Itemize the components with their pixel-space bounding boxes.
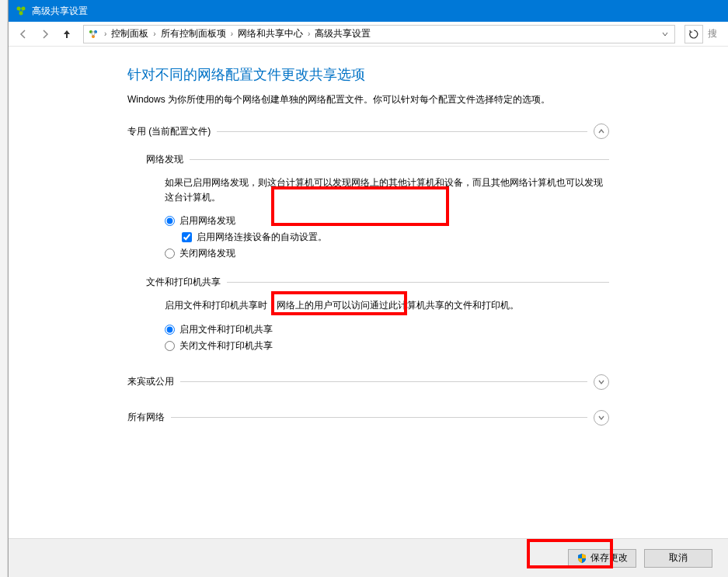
page-title: 针对不同的网络配置文件更改共享选项	[127, 65, 609, 84]
expand-icon[interactable]	[594, 410, 609, 426]
radio-label: 启用网络发现	[179, 214, 235, 228]
radio-enable-network-discovery[interactable]: 启用网络发现	[165, 213, 609, 229]
nav-row: › 控制面板 › 所有控制面板项 › 网络和共享中心 › 高级共享设置 搜	[9, 22, 728, 47]
radio-label: 关闭网络发现	[179, 247, 235, 260]
bottom-bar: 保存更改 取消	[9, 538, 728, 577]
checkbox-label: 启用网络连接设备的自动设置。	[197, 231, 327, 244]
collapse-icon[interactable]	[594, 123, 609, 139]
radio-input[interactable]	[165, 249, 175, 259]
network-discovery-title: 网络发现	[146, 153, 183, 166]
checkbox-auto-config[interactable]: 启用网络连接设备的自动设置。	[182, 229, 609, 245]
checkbox-input[interactable]	[182, 232, 192, 242]
radio-input[interactable]	[165, 325, 175, 335]
radio-input[interactable]	[165, 341, 175, 351]
up-button[interactable]	[58, 26, 75, 43]
app-icon	[15, 5, 27, 17]
radio-input[interactable]	[165, 216, 175, 226]
file-sharing-header: 文件和打印机共享	[146, 276, 609, 289]
content-area: 针对不同的网络配置文件更改共享选项 Windows 为你所使用的每个网络创建单独…	[9, 47, 728, 538]
network-discovery-desc: 如果已启用网络发现，则这台计算机可以发现网络上的其他计算机和设备，而且其他网络计…	[165, 176, 609, 205]
chevron-right-icon: ›	[101, 30, 110, 38]
profile-private-header[interactable]: 专用 (当前配置文件)	[127, 120, 609, 142]
profile-guest-title: 来宾或公用	[127, 375, 174, 388]
refresh-button[interactable]	[684, 25, 703, 43]
profile-guest-header[interactable]: 来宾或公用	[127, 371, 609, 393]
chevron-right-icon: ›	[228, 30, 236, 38]
back-button[interactable]	[15, 26, 32, 43]
titlebar: 高级共享设置	[9, 0, 728, 22]
cancel-button[interactable]: 取消	[644, 549, 712, 568]
radio-disable-network-discovery[interactable]: 关闭网络发现	[165, 245, 609, 262]
radio-label: 启用文件和打印机共享	[179, 323, 273, 336]
cancel-label: 取消	[669, 551, 688, 565]
window-title: 高级共享设置	[32, 5, 88, 18]
page-description: Windows 为你所使用的每个网络创建单独的网络配置文件。你可以针对每个配置文…	[127, 93, 609, 106]
shield-icon	[576, 553, 587, 564]
file-sharing-title: 文件和打印机共享	[146, 276, 221, 289]
breadcrumb-item[interactable]: 控制面板	[111, 27, 148, 40]
breadcrumb-item[interactable]: 所有控制面板项	[161, 27, 226, 40]
window: 高级共享设置 › 控制面板 ›	[8, 0, 728, 577]
divider	[190, 159, 609, 160]
network-discovery-header: 网络发现	[146, 153, 609, 166]
divider	[171, 417, 587, 418]
breadcrumb-item[interactable]: 网络和共享中心	[238, 27, 303, 40]
file-sharing-desc: 启用文件和打印机共享时，网络上的用户可以访问通过此计算机共享的文件和打印机。	[165, 298, 609, 313]
search-hint[interactable]: 搜	[708, 25, 722, 43]
network-icon	[87, 28, 99, 40]
chevron-right-icon: ›	[305, 30, 313, 38]
divider	[180, 381, 587, 382]
profile-all-title: 所有网络	[127, 411, 165, 424]
breadcrumb[interactable]: › 控制面板 › 所有控制面板项 › 网络和共享中心 › 高级共享设置	[83, 25, 675, 43]
save-button[interactable]: 保存更改	[568, 549, 636, 568]
divider	[217, 131, 587, 132]
chevron-right-icon: ›	[150, 30, 158, 38]
divider	[227, 282, 609, 283]
profile-private-title: 专用 (当前配置文件)	[127, 125, 211, 138]
save-label: 保存更改	[590, 551, 628, 565]
radio-disable-file-sharing[interactable]: 关闭文件和打印机共享	[165, 338, 609, 354]
breadcrumb-item[interactable]: 高级共享设置	[315, 27, 371, 40]
breadcrumb-dropdown[interactable]	[659, 30, 671, 38]
left-edge-strip	[0, 0, 8, 577]
profile-all-header[interactable]: 所有网络	[127, 407, 609, 429]
forward-button[interactable]	[37, 26, 54, 43]
radio-enable-file-sharing[interactable]: 启用文件和打印机共享	[165, 322, 609, 338]
expand-icon[interactable]	[594, 374, 609, 390]
radio-label: 关闭文件和打印机共享	[179, 339, 273, 353]
